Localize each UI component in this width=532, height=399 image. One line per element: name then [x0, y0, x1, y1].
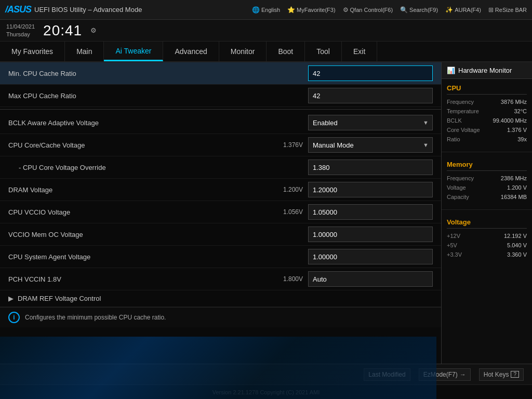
- hw-12v-row: +12V 12.192 V: [447, 233, 527, 239]
- setting-cpu-sys-agent-input[interactable]: [308, 249, 433, 264]
- nav-my-favorites[interactable]: My Favorites: [0, 42, 65, 61]
- setting-min-cpu-cache-input[interactable]: [308, 65, 433, 81]
- tool-aura[interactable]: ✨ AURA(F4): [445, 6, 481, 14]
- hw-cpu-section: CPU Frequency 3876 MHz Temperature 32°C …: [442, 79, 532, 149]
- setting-cpu-vccio[interactable]: CPU VCCIO Voltage 1.056V: [0, 201, 441, 223]
- tool-resizebar[interactable]: ⊞ ReSize BAR: [488, 6, 527, 14]
- hw-12v-value: 12.192 V: [504, 233, 527, 239]
- setting-cpu-core-voltage[interactable]: CPU Core/Cache Voltage 1.376V Manual Mod…: [0, 134, 441, 156]
- bclk-select[interactable]: Enabled Disabled: [308, 115, 433, 130]
- hw-cpu-title: CPU: [447, 84, 527, 95]
- setting-dram-input[interactable]: [308, 182, 433, 197]
- setting-cpu-core-override[interactable]: - CPU Core Voltage Override: [0, 156, 441, 179]
- resize-icon: ⊞: [488, 6, 494, 14]
- setting-min-cpu-cache-label: Min. CPU Cache Ratio: [8, 70, 308, 77]
- hw-5v-value: 5.040 V: [507, 242, 527, 248]
- bios-title-text: UEFI BIOS Utility – Advanced Mode: [34, 6, 142, 14]
- hw-cpu-corevolt-value: 1.376 V: [507, 127, 527, 133]
- tool-myfavorite[interactable]: ⭐ MyFavorite(F3): [287, 6, 336, 14]
- cpu-core-select-wrapper: Manual Mode Auto ▼: [308, 137, 433, 153]
- setting-pch-vccin[interactable]: PCH VCCIN 1.8V 1.800V: [0, 268, 441, 290]
- time-display: 20:41: [43, 22, 82, 39]
- setting-bclk-aware[interactable]: BCLK Aware Adaptive Voltage Enabled Disa…: [0, 112, 441, 134]
- cpu-core-select[interactable]: Manual Mode Auto: [308, 137, 433, 153]
- setting-cpu-vccio-current: 1.056V: [272, 208, 303, 216]
- date-line2: Thursday: [6, 31, 35, 38]
- setting-vccio-mem-input[interactable]: [308, 227, 433, 242]
- tool-myfavorite-label: MyFavorite(F3): [297, 7, 336, 13]
- expand-arrow-icon: ▶: [8, 295, 14, 302]
- globe-icon: 🌐: [252, 6, 260, 14]
- hw-mem-freq-row: Frequency 2386 MHz: [447, 175, 527, 181]
- setting-max-cpu-cache-input[interactable]: [308, 88, 433, 103]
- setting-vccio-mem[interactable]: VCCIO Mem OC Voltage: [0, 223, 441, 246]
- hot-keys-icon: ?: [511, 371, 519, 378]
- hw-mem-cap-value: 16384 MB: [501, 194, 527, 200]
- hw-cpu-corevolt-label: Core Voltage: [447, 127, 480, 133]
- hw-33v-label: +3.3V: [447, 251, 462, 258]
- tool-qfan-label: Qfan Control(F6): [350, 7, 393, 13]
- hw-cpu-freq-value: 3876 MHz: [501, 99, 527, 105]
- setting-min-cpu-cache[interactable]: Min. CPU Cache Ratio: [0, 62, 441, 85]
- header-bar: /ASUS UEFI BIOS Utility – Advanced Mode …: [0, 0, 532, 20]
- hw-mem-volt-row: Voltage 1.200 V: [447, 184, 527, 191]
- tool-search-label: Search(F9): [409, 7, 438, 13]
- setting-dram-ref-expand[interactable]: ▶ DRAM REF Voltage Control: [0, 290, 441, 307]
- hw-cpu-bclk-row: BCLK 99.4000 MHz: [447, 117, 527, 124]
- star-icon: ⭐: [287, 6, 295, 14]
- nav-monitor[interactable]: Monitor: [219, 42, 267, 61]
- nav-boot[interactable]: Boot: [267, 42, 305, 61]
- tool-search[interactable]: 🔍 Search(F9): [400, 6, 438, 14]
- tool-qfan[interactable]: ⚙ Qfan Control(F6): [343, 6, 393, 14]
- asus-brand-text: /ASUS: [5, 4, 31, 15]
- setting-cpu-vccio-input[interactable]: [308, 204, 433, 220]
- setting-cpu-core-override-input[interactable]: [308, 159, 433, 175]
- nav-main[interactable]: Main: [65, 42, 104, 61]
- tool-aura-label: AURA(F4): [455, 7, 481, 13]
- hardware-monitor-panel: 📊 Hardware Monitor CPU Frequency 3876 MH…: [441, 62, 532, 364]
- nav-ai-tweaker[interactable]: Ai Tweaker: [104, 42, 163, 61]
- hw-cpu-freq-label: Frequency: [447, 99, 474, 105]
- ez-mode-arrow-icon: →: [460, 371, 466, 378]
- bclk-select-wrapper: Enabled Disabled ▼: [308, 115, 433, 130]
- hw-mem-cap-row: Capacity 16384 MB: [447, 194, 527, 200]
- setting-dram-current: 1.200V: [272, 186, 303, 193]
- tool-english-label: English: [261, 7, 280, 13]
- header-tools: 🌐 English ⭐ MyFavorite(F3) ⚙ Qfan Contro…: [252, 6, 527, 14]
- hw-voltage-section: Voltage +12V 12.192 V +5V 5.040 V +3.3V …: [442, 213, 532, 264]
- hw-cpu-temp-label: Temperature: [447, 108, 479, 114]
- setting-dram-voltage[interactable]: DRAM Voltage 1.200V: [0, 179, 441, 201]
- nav-bar: My Favorites Main Ai Tweaker Advanced Mo…: [0, 42, 532, 62]
- hw-divider-2: [442, 209, 532, 210]
- hw-monitor-title: 📊 Hardware Monitor: [442, 62, 532, 79]
- nav-advanced[interactable]: Advanced: [163, 42, 219, 61]
- hw-mem-volt-label: Voltage: [447, 184, 466, 191]
- hw-mem-volt-value: 1.200 V: [507, 184, 527, 191]
- hw-divider-1: [442, 152, 532, 152]
- setting-vccio-mem-label: VCCIO Mem OC Voltage: [8, 231, 308, 238]
- hot-keys-button[interactable]: Hot Keys ?: [479, 368, 524, 381]
- nav-exit[interactable]: Exit: [342, 42, 377, 61]
- search-header-icon: 🔍: [400, 6, 408, 14]
- date-block: 11/04/2021 Thursday: [6, 23, 35, 38]
- settings-panel: Min. CPU Cache Ratio Max CPU Cache Ratio…: [0, 62, 441, 364]
- hw-mem-freq-value: 2386 MHz: [501, 175, 527, 181]
- hw-5v-label: +5V: [447, 242, 457, 248]
- hw-voltage-title: Voltage: [447, 218, 527, 229]
- hw-cpu-bclk-value: 99.4000 MHz: [493, 117, 527, 124]
- tool-english[interactable]: 🌐 English: [252, 6, 280, 14]
- tool-resizebar-label: ReSize BAR: [495, 7, 527, 13]
- info-bar: i Configures the minimum possible CPU ca…: [0, 307, 441, 327]
- setting-cpu-core-voltage-label: CPU Core/Cache Voltage: [8, 141, 272, 149]
- hw-12v-label: +12V: [447, 233, 460, 239]
- hw-monitor-icon: 📊: [447, 66, 455, 74]
- asus-logo: /ASUS UEFI BIOS Utility – Advanced Mode: [5, 4, 142, 15]
- nav-tool[interactable]: Tool: [305, 42, 342, 61]
- settings-gear-icon[interactable]: ⚙: [90, 26, 97, 34]
- setting-cpu-sys-agent[interactable]: CPU System Agent Voltage: [0, 246, 441, 268]
- setting-max-cpu-cache[interactable]: Max CPU Cache Ratio: [0, 85, 441, 107]
- info-text: Configures the minimum possible CPU cach…: [25, 314, 166, 321]
- divider-1: [0, 109, 441, 110]
- setting-pch-vccin-input[interactable]: [308, 271, 433, 287]
- hw-cpu-temp-value: 32°C: [514, 108, 527, 114]
